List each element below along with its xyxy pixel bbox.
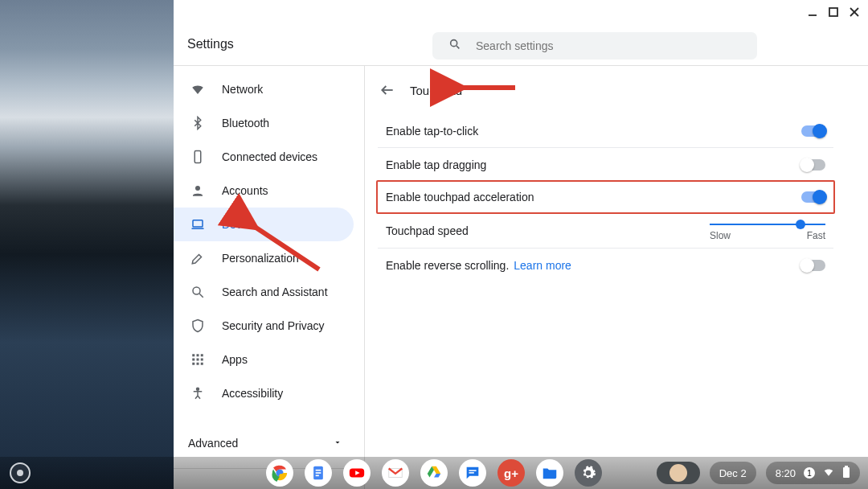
row-touchpad-speed: Touchpad speed Slow Fast — [378, 214, 833, 249]
svg-line-11 — [199, 294, 203, 298]
bluetooth-icon — [190, 115, 206, 131]
svg-rect-12 — [192, 354, 194, 356]
sidebar-item-label: Device — [222, 218, 256, 231]
sidebar-item-apps[interactable]: Apps — [174, 343, 354, 376]
sidebar-item-label: Personalization — [222, 252, 299, 265]
svg-line-5 — [457, 46, 459, 48]
sidebar-item-label: Network — [222, 83, 263, 96]
learn-more-link[interactable]: Learn more — [514, 259, 571, 272]
settings-sidebar: Network Bluetooth Connected devices Acco… — [174, 66, 363, 489]
svg-rect-16 — [197, 359, 199, 361]
svg-rect-6 — [194, 151, 201, 163]
toggle-reverse-scrolling[interactable] — [801, 260, 825, 271]
slider-touchpad-speed[interactable] — [710, 224, 825, 225]
row-label: Enable tap dragging — [386, 158, 486, 171]
slider-max-label: Fast — [807, 230, 825, 241]
sidebar-item-bluetooth[interactable]: Bluetooth — [174, 106, 354, 140]
settings-window: Settings Network Bluetooth Connected dev… — [174, 0, 868, 489]
svg-point-7 — [195, 186, 200, 191]
accessibility-icon — [190, 385, 206, 401]
sidebar-item-search-assistant[interactable]: Search and Assistant — [174, 275, 354, 309]
svg-rect-18 — [192, 363, 194, 365]
svg-rect-33 — [469, 470, 476, 471]
svg-rect-8 — [193, 220, 203, 227]
sidebar-item-personalization[interactable]: Personalization — [174, 241, 354, 275]
shelf-apps: g+ — [266, 459, 602, 487]
sidebar-item-device[interactable]: Device — [174, 208, 354, 241]
sidebar-advanced-toggle[interactable]: Advanced — [174, 426, 363, 458]
app-chrome[interactable] — [266, 459, 293, 487]
chevron-down-icon — [333, 437, 342, 450]
svg-rect-28 — [316, 470, 321, 471]
row-label: Enable touchpad acceleration — [386, 191, 534, 203]
svg-rect-20 — [201, 363, 203, 365]
toggle-tap-dragging[interactable] — [801, 159, 825, 171]
person-icon — [190, 183, 206, 199]
sidebar-item-label: Accounts — [222, 184, 268, 197]
phone-icon — [190, 149, 206, 165]
app-google-plus[interactable]: g+ — [497, 459, 525, 487]
row-tap-to-click: Enable tap-to-click — [378, 114, 833, 148]
sidebar-item-security-privacy[interactable]: Security and Privacy — [174, 309, 354, 343]
launcher-button[interactable] — [10, 462, 31, 483]
status-time: 8:20 — [776, 467, 796, 479]
sidebar-item-connected-devices[interactable]: Connected devices — [174, 140, 354, 174]
sidebar-item-label: Accessibility — [222, 387, 283, 400]
app-docs[interactable] — [305, 459, 332, 487]
settings-content: Touchpad Enable tap-to-click Enable tap … — [364, 66, 840, 489]
window-maximize-button[interactable] — [828, 6, 839, 18]
user-avatar[interactable] — [657, 462, 700, 484]
search-settings-box[interactable] — [432, 32, 757, 60]
app-files[interactable] — [536, 459, 563, 487]
slider-min-label: Slow — [710, 230, 731, 241]
app-youtube[interactable] — [343, 459, 371, 487]
brush-icon — [190, 250, 206, 266]
window-titlebar — [174, 0, 868, 24]
sidebar-item-label: Search and Assistant — [222, 286, 328, 298]
app-gmail[interactable] — [382, 459, 409, 487]
row-label: Enable reverse scrolling. — [386, 259, 509, 272]
sidebar-item-label: Security and Privacy — [222, 319, 325, 332]
svg-rect-30 — [316, 475, 319, 477]
sidebar-item-label: Bluetooth — [222, 117, 269, 129]
svg-rect-17 — [201, 359, 203, 361]
page-title: Touchpad — [410, 84, 462, 97]
app-drive[interactable] — [420, 459, 448, 487]
shelf-status-area[interactable]: Dec 2 8:20 1 — [657, 462, 860, 484]
row-tap-dragging: Enable tap dragging — [378, 148, 833, 182]
svg-point-21 — [197, 388, 199, 390]
toggle-touchpad-acceleration[interactable] — [801, 191, 825, 203]
sidebar-item-network[interactable]: Network — [174, 72, 354, 106]
svg-rect-34 — [469, 472, 473, 474]
status-tray[interactable]: 8:20 1 — [766, 462, 860, 484]
sidebar-item-label: Apps — [222, 353, 248, 366]
touchpad-panel: Enable tap-to-click Enable tap dragging … — [365, 114, 840, 282]
svg-rect-19 — [197, 363, 199, 365]
back-button[interactable] — [378, 80, 397, 100]
app-messages[interactable] — [459, 459, 486, 487]
toggle-tap-to-click[interactable] — [801, 125, 825, 137]
row-reverse-scrolling: Enable reverse scrolling. Learn more — [378, 249, 833, 282]
row-touchpad-acceleration: Enable touchpad acceleration — [376, 180, 835, 214]
row-label: Enable tap-to-click — [386, 125, 478, 138]
svg-rect-1 — [829, 8, 837, 16]
apps-icon — [190, 351, 206, 368]
laptop-icon — [190, 216, 206, 232]
window-close-button[interactable] — [849, 6, 860, 18]
notification-badge: 1 — [804, 467, 815, 479]
status-date-pill[interactable]: Dec 2 — [710, 462, 756, 484]
battery-status-icon — [842, 466, 850, 481]
subpage-header: Touchpad — [365, 66, 840, 114]
window-minimize-button[interactable] — [807, 6, 818, 18]
search-settings-input[interactable] — [476, 39, 741, 52]
svg-rect-36 — [845, 466, 848, 467]
sidebar-item-label: Connected devices — [222, 150, 317, 163]
svg-rect-13 — [197, 354, 199, 356]
app-settings[interactable] — [575, 459, 602, 487]
sidebar-item-accessibility[interactable]: Accessibility — [174, 376, 354, 410]
sidebar-item-accounts[interactable]: Accounts — [174, 174, 354, 208]
wifi-status-icon — [823, 466, 834, 480]
search-icon — [448, 38, 461, 54]
svg-rect-35 — [843, 467, 850, 478]
row-label: Touchpad speed — [386, 224, 469, 237]
